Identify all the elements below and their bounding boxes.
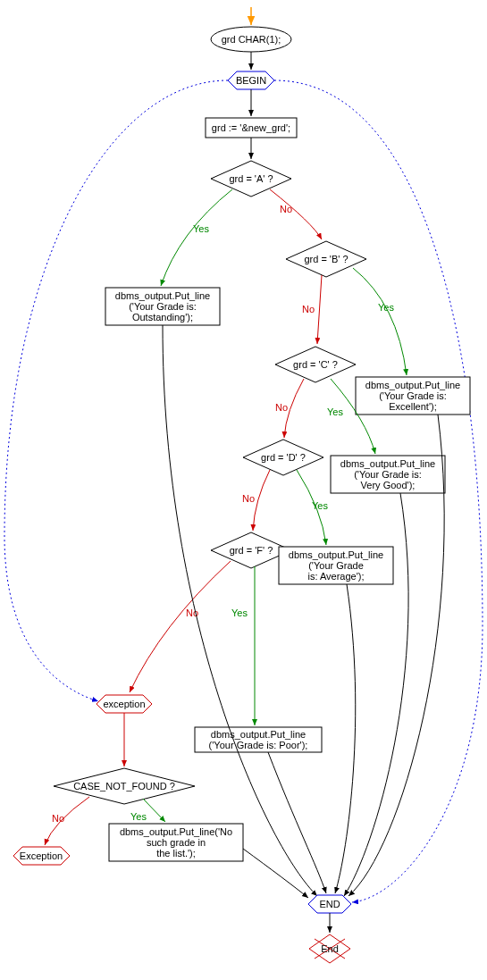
- checka-yes-label: Yes: [193, 223, 209, 234]
- outa-label-3: Outstanding');: [132, 312, 193, 322]
- edge-outf-end: [268, 752, 326, 893]
- checkb-label: grd = 'B' ?: [304, 254, 348, 264]
- assign-label: grd := '&new_grd';: [212, 122, 290, 133]
- checkd-label: grd = 'D' ?: [261, 452, 306, 463]
- end-label: END: [319, 899, 340, 909]
- outd-label-1: dbms_output.Put_line: [289, 549, 383, 560]
- edge-checkb-checkc: [317, 275, 322, 344]
- outf-label-2: ('Your Grade is: Poor');: [209, 740, 308, 750]
- enddiamond-label: End: [321, 943, 339, 954]
- outb-label-3: Excellent');: [389, 401, 436, 412]
- edge-checkf-exception: [130, 561, 231, 692]
- outc-label-2: ('Your Grade is:: [354, 469, 422, 480]
- edge-checka-outa: [161, 189, 232, 286]
- checkf-yes-label: Yes: [231, 607, 248, 618]
- checkb-no-label: No: [302, 304, 315, 314]
- outf-label-1: dbms_output.Put_line: [211, 729, 306, 740]
- exceptionend-label: Exception: [20, 850, 63, 861]
- edge-checka-checkb: [270, 189, 322, 239]
- outa-label-2: ('Your Grade is:: [129, 301, 197, 312]
- checkd-no-label: No: [242, 493, 255, 504]
- outb-label-2: ('Your Grade is:: [379, 390, 447, 401]
- outd-label-3: is: Average');: [307, 571, 364, 582]
- outnograde-label-2: such grade in: [147, 837, 206, 848]
- checkf-label: grd = 'F' ?: [230, 545, 273, 556]
- checkd-yes-label: Yes: [312, 500, 328, 511]
- outnograde-label-3: the list.');: [156, 848, 196, 859]
- edge-outd-end: [335, 584, 356, 893]
- declare-label: grd CHAR(1);: [222, 34, 281, 45]
- cnf-yes-label: Yes: [130, 811, 147, 822]
- checkb-yes-label: Yes: [378, 302, 394, 313]
- cnf-no-label: No: [52, 813, 64, 824]
- outb-label-1: dbms_output.Put_line: [365, 380, 460, 390]
- begin-label: BEGIN: [236, 75, 266, 86]
- checkc-label: grd = 'C' ?: [293, 359, 338, 370]
- checka-label: grd = 'A' ?: [229, 173, 273, 184]
- edge-checkb-outb: [353, 268, 407, 375]
- exception-label: exception: [103, 699, 145, 709]
- outnograde-label-1: dbms_output.Put_line('No: [120, 826, 232, 837]
- checkc-yes-label: Yes: [327, 406, 343, 417]
- checkc-no-label: No: [275, 402, 288, 413]
- checka-no-label: No: [280, 204, 292, 214]
- outd-label-2: ('Your Grade: [308, 560, 364, 571]
- edge-checkd-checkf: [253, 470, 270, 531]
- outc-label-1: dbms_output.Put_line: [340, 458, 435, 469]
- outc-label-3: Very Good');: [361, 480, 416, 490]
- cnf-label: CASE_NOT_FOUND ?: [73, 781, 175, 792]
- outa-label-1: dbms_output.Put_line: [115, 290, 210, 301]
